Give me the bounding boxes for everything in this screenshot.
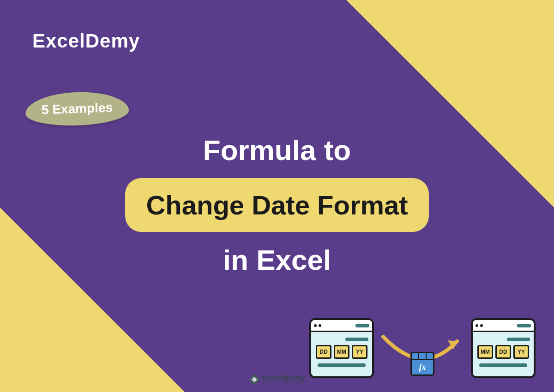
date-part-cell: MM (334, 345, 349, 359)
window-dot-icon (319, 324, 321, 327)
placeholder-line-icon (479, 363, 527, 367)
fx-label: fx (412, 360, 433, 374)
date-part-cell: YY (513, 345, 529, 359)
window-dot-icon (476, 324, 478, 327)
titlebar-tab-icon (355, 324, 369, 327)
conversion-illustration: DD MM YY fx MM DD YY (309, 318, 536, 378)
window-dot-icon (314, 324, 317, 327)
formula-fx-icon: fx (410, 352, 434, 376)
title-line-3: in Excel (0, 244, 554, 276)
watermark-text: exceldemy (263, 374, 305, 382)
window-dot-icon (480, 324, 483, 327)
placeholder-bar-icon (345, 338, 368, 341)
date-part-cell: DD (316, 345, 331, 359)
titlebar-icon (473, 320, 534, 332)
arrow-with-fx-icon: fx (379, 323, 466, 374)
source-window-icon: DD MM YY (309, 318, 374, 378)
titlebar-tab-icon (517, 324, 531, 327)
target-window-icon: MM DD YY (471, 318, 536, 378)
date-part-cell: DD (495, 345, 511, 359)
examples-badge: 5 Examples (25, 90, 129, 127)
brand-logo-text: ExcelDemy (32, 30, 140, 52)
title-highlight: Change Date Format (125, 178, 428, 232)
main-title: Formula to Change Date Format in Excel (0, 134, 554, 276)
titlebar-icon (311, 320, 372, 332)
watermark-subtext: EXCEL · DATA · BI (263, 382, 305, 386)
watermark-logo-icon (249, 374, 260, 385)
title-line-1: Formula to (0, 134, 554, 166)
watermark: exceldemy EXCEL · DATA · BI (245, 372, 309, 387)
placeholder-bar-icon (507, 338, 530, 341)
date-part-cell: YY (352, 345, 367, 359)
date-part-cell: MM (477, 345, 493, 359)
placeholder-line-icon (318, 363, 366, 367)
